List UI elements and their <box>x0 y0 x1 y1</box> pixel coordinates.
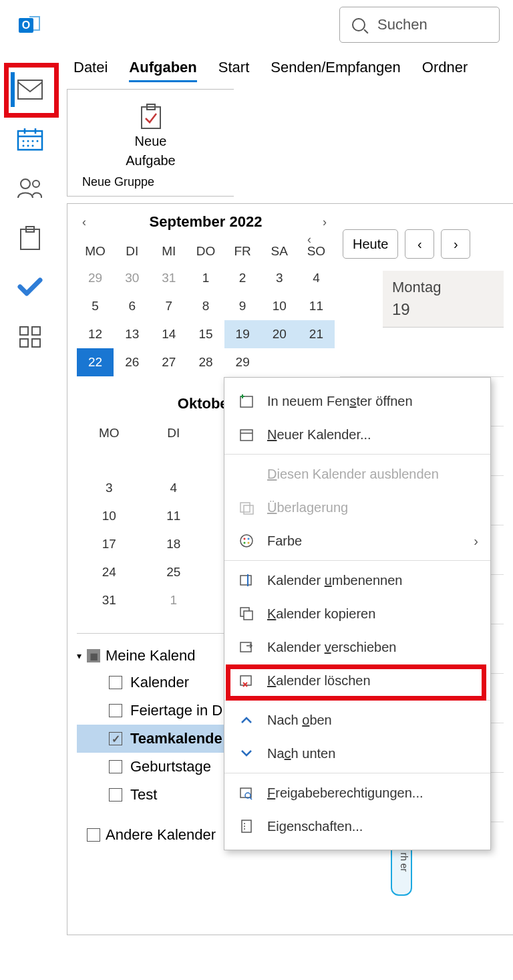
new-task-button[interactable]: Neue Aufgabe <box>82 103 219 168</box>
ctx-props[interactable]: Eigenschaften... <box>224 810 490 843</box>
minical-day[interactable]: 29 <box>224 348 261 376</box>
dow-header: MO <box>77 420 142 446</box>
minical-day[interactable]: 11 <box>142 502 206 530</box>
minical-day[interactable]: 17 <box>77 530 142 558</box>
minical-day[interactable]: 27 <box>150 348 187 376</box>
tab-start[interactable]: Start <box>218 59 249 82</box>
minical-day[interactable]: 8 <box>187 292 224 320</box>
calendar-checkbox[interactable] <box>109 760 122 773</box>
calendar-label: Test <box>130 786 157 804</box>
ctx-label: Farbe <box>267 533 302 549</box>
svg-rect-18 <box>20 339 28 347</box>
minical-day[interactable]: 19 <box>224 320 261 348</box>
ctx-share[interactable]: Freigabeberechtigungen... <box>224 776 490 810</box>
minical-day[interactable]: 1 <box>187 264 224 292</box>
calendar-checkbox[interactable]: ✓ <box>109 732 122 745</box>
ctx-copy[interactable]: Kalender kopieren <box>224 597 490 630</box>
new-task-label-1: Neue <box>135 134 167 149</box>
todo-rail-icon[interactable] <box>15 274 45 301</box>
prev-month-button[interactable]: ‹ <box>82 215 86 229</box>
group-checkbox[interactable] <box>87 828 100 842</box>
ribbon-group-label: Neue Gruppe <box>82 175 219 189</box>
ctx-item: Diesen Kalender ausblenden <box>224 457 490 491</box>
collapse-chevron-icon[interactable]: ‹ <box>307 233 311 247</box>
ctx-label: Freigabeberechtigungen... <box>267 785 423 801</box>
tab-datei[interactable]: Datei <box>73 59 108 82</box>
ctx-up[interactable]: Nach oben <box>224 703 490 737</box>
minical-day[interactable]: 21 <box>298 320 335 348</box>
minical-day[interactable]: 18 <box>142 530 206 558</box>
calendar-label: Geburtstage <box>130 758 211 775</box>
minical-day[interactable]: 9 <box>224 292 261 320</box>
minical-day[interactable]: 3 <box>77 474 142 502</box>
next-day-button[interactable]: › <box>441 229 470 259</box>
calendar-rail-icon[interactable] <box>15 126 45 152</box>
tasks-rail-icon[interactable] <box>15 225 45 251</box>
submenu-arrow-icon: › <box>474 533 478 549</box>
minical-day[interactable]: 28 <box>187 348 224 376</box>
people-rail-icon[interactable] <box>15 175 45 202</box>
minical-day[interactable]: 3 <box>261 264 298 292</box>
ctx-label: Neuer Kalender... <box>267 427 371 443</box>
ribbon-group-new: Neue Aufgabe Neue Gruppe <box>67 89 234 197</box>
blank-icon <box>238 465 255 483</box>
today-button[interactable]: Heute <box>343 229 398 259</box>
ctx-move[interactable]: Kalender verschieben <box>224 630 490 664</box>
ctx-down[interactable]: Nach unten <box>224 737 490 770</box>
overlay-icon <box>238 499 255 516</box>
search-input[interactable]: Suchen <box>339 7 500 43</box>
minical-day[interactable]: 1 <box>142 586 206 614</box>
minical-day[interactable]: 10 <box>77 502 142 530</box>
calendar-label: Teamkalende <box>130 730 222 747</box>
mail-rail-icon[interactable] <box>15 76 45 103</box>
minical-day[interactable]: 31 <box>77 586 142 614</box>
minical-day[interactable]: 12 <box>77 320 114 348</box>
svg-rect-0 <box>18 80 42 99</box>
minical-day[interactable]: 5 <box>77 292 114 320</box>
time-slot[interactable] <box>340 328 504 377</box>
minical-day[interactable]: 13 <box>114 320 150 348</box>
svg-rect-27 <box>240 503 250 512</box>
other-calendars-label: Andere Kalender <box>106 826 216 844</box>
minical-day[interactable]: 25 <box>142 558 206 586</box>
svg-point-8 <box>37 140 39 142</box>
prev-day-button[interactable]: ‹ <box>405 229 434 259</box>
minical-day[interactable]: 15 <box>187 320 224 348</box>
calendar-checkbox[interactable] <box>109 788 122 802</box>
props-icon <box>238 818 255 835</box>
minical-day[interactable]: 30 <box>114 264 150 292</box>
minical-day[interactable]: 10 <box>261 292 298 320</box>
minical-day[interactable]: 20 <box>261 320 298 348</box>
calendar-checkbox[interactable] <box>109 704 122 717</box>
svg-rect-37 <box>244 611 252 620</box>
ctx-calendar[interactable]: Neuer Kalender... <box>224 418 490 451</box>
minical-day[interactable]: 11 <box>298 292 335 320</box>
apps-rail-icon[interactable] <box>15 324 45 350</box>
minical-day[interactable]: 4 <box>298 264 335 292</box>
ctx-palette[interactable]: Farbe› <box>224 524 490 558</box>
minical-day[interactable]: 4 <box>142 474 206 502</box>
minical-day[interactable]: 6 <box>114 292 150 320</box>
ctx-new-window[interactable]: In neuem Fenster öffnen <box>224 384 490 418</box>
minical-day[interactable]: 29 <box>77 264 114 292</box>
svg-point-29 <box>240 535 252 547</box>
ctx-overlay: Überlagerung <box>224 491 490 524</box>
tab-ordner[interactable]: Ordner <box>422 59 468 82</box>
minical-day[interactable]: 14 <box>150 320 187 348</box>
tab-aufgaben[interactable]: Aufgaben <box>129 59 196 82</box>
minical-day[interactable]: 22 <box>77 348 114 376</box>
ctx-rename[interactable]: Kalender umbenennen <box>224 564 490 597</box>
tab-senden-empfangen[interactable]: Senden/Empfangen <box>271 59 401 82</box>
time-label <box>340 328 380 329</box>
group-checkbox[interactable]: ◼ <box>87 649 100 662</box>
minical-day[interactable]: 26 <box>114 348 150 376</box>
minical-day[interactable]: 24 <box>77 558 142 586</box>
clipboard-check-icon <box>140 103 162 130</box>
next-month-button[interactable]: › <box>323 215 327 229</box>
minical-day[interactable]: 7 <box>150 292 187 320</box>
calendar-checkbox[interactable] <box>109 676 122 689</box>
svg-point-32 <box>244 542 246 544</box>
minical-day[interactable]: 2 <box>224 264 261 292</box>
minical-day[interactable]: 31 <box>150 264 187 292</box>
share-icon <box>238 784 255 802</box>
